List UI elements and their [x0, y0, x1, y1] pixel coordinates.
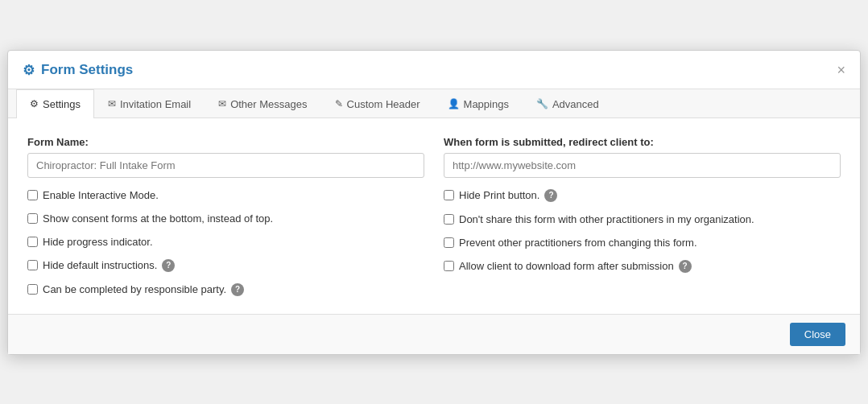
modal-title-text: Form Settings [41, 62, 133, 78]
tab-advanced-label: Advanced [552, 98, 599, 110]
checkbox-prevent-change: Prevent other practitioners from changin… [444, 237, 841, 249]
prevent-change-checkbox[interactable] [444, 237, 454, 248]
tab-mappings-label: Mappings [464, 98, 509, 110]
allow-download-label: Allow client to download form after subm… [459, 260, 674, 272]
tab-custom-header[interactable]: ✎ Custom Header [321, 89, 434, 118]
redirect-input[interactable] [444, 153, 841, 178]
checkbox-enable-interactive: Enable Interactive Mode. [27, 189, 424, 201]
redirect-group: When form is submitted, redirect client … [444, 136, 841, 178]
checkbox-hide-print: Hide Print button. ? [444, 189, 841, 202]
footer-close-button[interactable]: Close [790, 323, 845, 346]
hide-print-label: Hide Print button. [459, 189, 539, 201]
tab-invitation-email[interactable]: ✉ Invitation Email [94, 89, 205, 118]
hide-print-checkbox[interactable] [444, 190, 454, 200]
custom-header-tab-icon: ✎ [335, 98, 343, 109]
modal-header: ⚙ Form Settings × [8, 51, 860, 89]
tab-settings-label: Settings [43, 98, 81, 110]
modal: ⚙ Form Settings × ⚙ Settings ✉ Invitatio… [7, 50, 861, 355]
hide-progress-label: Hide progress indicator. [43, 236, 153, 248]
form-name-input[interactable] [27, 153, 424, 178]
modal-content: Form Name: When form is submitted, redir… [8, 118, 860, 314]
enable-interactive-label: Enable Interactive Mode. [43, 189, 159, 201]
checkbox-allow-download: Allow client to download form after subm… [444, 260, 841, 273]
tab-bar: ⚙ Settings ✉ Invitation Email ✉ Other Me… [8, 89, 860, 118]
tab-custom-header-label: Custom Header [347, 98, 420, 110]
checkbox-show-consent: Show consent forms at the bottom, instea… [27, 212, 424, 225]
checkbox-responsible-party: Can be completed by responsible party. ? [27, 283, 424, 296]
modal-close-button[interactable]: × [837, 63, 845, 77]
responsible-party-label: Can be completed by responsible party. [43, 283, 226, 295]
tab-settings[interactable]: ⚙ Settings [16, 89, 94, 118]
tab-other-messages[interactable]: ✉ Other Messages [205, 89, 320, 118]
checkbox-hide-instructions: Hide default instructions. ? [27, 259, 424, 272]
settings-tab-icon: ⚙ [30, 98, 39, 109]
form-name-group: Form Name: [27, 136, 424, 178]
gear-icon: ⚙ [23, 62, 35, 79]
show-consent-checkbox[interactable] [27, 213, 38, 224]
checkbox-left-col: Enable Interactive Mode. Show consent fo… [27, 189, 424, 296]
hide-print-help-icon[interactable]: ? [544, 189, 557, 202]
responsible-party-help-icon[interactable]: ? [231, 283, 244, 296]
form-name-row: Form Name: When form is submitted, redir… [27, 136, 841, 178]
checkbox-right-col: Hide Print button. ? Don't share this fo… [444, 189, 841, 296]
invitation-email-tab-icon: ✉ [108, 98, 116, 109]
allow-download-checkbox[interactable] [444, 261, 454, 271]
show-consent-label: Show consent forms at the bottom, instea… [43, 212, 273, 225]
allow-download-help-icon[interactable]: ? [679, 260, 692, 273]
tab-advanced[interactable]: 🔧 Advanced [523, 89, 613, 118]
hide-instructions-help-icon[interactable]: ? [162, 259, 175, 272]
dont-share-checkbox[interactable] [444, 214, 454, 225]
hide-instructions-checkbox[interactable] [27, 260, 38, 270]
redirect-label: When form is submitted, redirect client … [444, 136, 841, 148]
modal-footer: Close [8, 314, 860, 354]
enable-interactive-checkbox[interactable] [27, 190, 38, 200]
checkbox-dont-share: Don't share this form with other practit… [444, 213, 841, 225]
hide-instructions-label: Hide default instructions. [43, 259, 157, 271]
prevent-change-label: Prevent other practitioners from changin… [459, 237, 697, 249]
dont-share-label: Don't share this form with other practit… [459, 213, 754, 225]
modal-title: ⚙ Form Settings [23, 62, 133, 79]
checkbox-hide-progress: Hide progress indicator. [27, 236, 424, 248]
tab-other-messages-label: Other Messages [230, 98, 307, 110]
hide-progress-checkbox[interactable] [27, 237, 38, 247]
mappings-tab-icon: 👤 [448, 98, 460, 109]
advanced-tab-icon: 🔧 [536, 98, 548, 109]
checkbox-grid: Enable Interactive Mode. Show consent fo… [27, 189, 841, 296]
responsible-party-checkbox[interactable] [27, 284, 38, 295]
form-name-label: Form Name: [27, 136, 424, 148]
other-messages-tab-icon: ✉ [218, 98, 226, 109]
tab-mappings[interactable]: 👤 Mappings [434, 89, 523, 118]
tab-invitation-email-label: Invitation Email [120, 98, 191, 110]
